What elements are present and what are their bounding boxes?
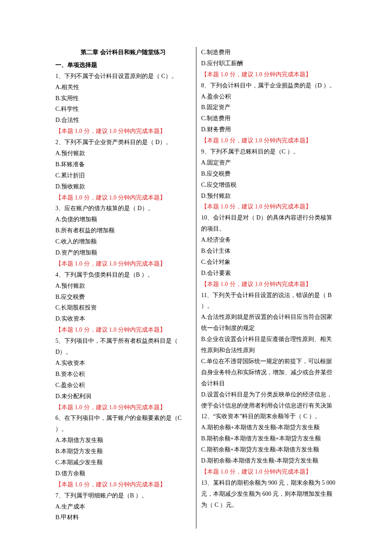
question-8-option-b: B.固定资产 [201, 102, 337, 113]
question-7-hint: 【本题 1.0 分，建议 1.0 分钟内完成本题】 [201, 69, 337, 80]
question-4-option-a: A.预付账款 [55, 280, 191, 292]
question-3-stem: 3、应在账户的借方核算的是（ D）。 [55, 203, 191, 214]
question-11-option-b: B.企业在设置会计科目是应遵循合理性原则、相关性原则和合法性原则 [201, 334, 337, 356]
question-3-option-a: A.负债的增加额 [55, 214, 191, 225]
question-12-option-a: A.期初余额+本期借方发生额-本期贷方发生额 [201, 422, 337, 433]
question-3-hint: 【本题 1.0 分，建议 1.0 分钟内完成本题】 [55, 258, 191, 269]
question-5-hint: 【本题 1.0 分，建议 1.0 分钟内完成本题】 [55, 402, 191, 413]
question-1-option-c: C.科学性 [55, 104, 191, 115]
question-5-stem: 5、下列项目中，不属于所有者权益类科目是（ D）。 [55, 335, 191, 358]
question-12-hint: 【本题 1.0 分，建议 1.0 分钟内完成本题】 [201, 466, 337, 477]
question-10-stem: 10、会计科目是对（ D）的具体内容进行分类核算的项目。 [201, 212, 337, 234]
question-4-option-d: D.实收资本 [55, 313, 191, 324]
question-5-option-d: D.未分配利润 [55, 391, 191, 402]
question-7-option-b: B.甲材料 [55, 512, 191, 523]
question-13-stem: 13、某科目的期初余额为 900 元，期末余额为 5 000 元，本期减少发生额… [201, 477, 337, 511]
question-7-stem: 7、下列属于明细账户的是（B ）。 [55, 490, 191, 501]
question-11-option-c: C.单位在不违背国际统一规定的前提下，可以根据自身业务特点和实际情况，增加、减少… [201, 356, 337, 389]
question-5-option-b: B.资本公积 [55, 369, 191, 380]
section-heading: 一、单项选择题 [55, 60, 191, 71]
question-1-option-d: D.合法性 [55, 115, 191, 126]
question-9-option-c: C.应交增值税 [201, 179, 337, 191]
question-2-option-a: A.预付账款 [55, 148, 191, 159]
question-3-option-b: B.所有者权益的增加额 [55, 225, 191, 236]
question-2-option-c: C.累计折旧 [55, 170, 191, 181]
question-6-option-c: C.本期减少发生额 [55, 457, 191, 468]
question-10-option-b: B.会计主体 [201, 246, 337, 257]
question-11-option-a: A.合法性原则就是所设置的会计科目应当符合国家统一会计制度的规定 [201, 312, 337, 334]
question-5-option-c: C.盈余公积 [55, 380, 191, 391]
question-6-option-a: A.本期借方发生额 [55, 435, 191, 446]
question-2-option-d: D.预收账款 [55, 181, 191, 192]
question-12-option-c: C.期初余额+本期贷方发生额-本期借方发生额 [201, 444, 337, 455]
question-7-option-d: D.应付职工薪酬 [201, 58, 337, 69]
question-4-hint: 【本题 1.0 分，建议 1.0 分钟内完成本题】 [55, 324, 191, 335]
question-11-option-d: D.设置会计科目是为了分类反映单位的经济信息，便于会计信息的使用者利用会计信息进… [201, 389, 337, 411]
question-4-option-c: C.长期股权投资 [55, 302, 191, 313]
question-4-stem: 4、下列属于负债类科目的是（B ）。 [55, 269, 191, 280]
question-3-option-c: C.收入的增加额 [55, 236, 191, 247]
title-text: 第二章 会计科目和账户随堂练习 [81, 49, 166, 55]
question-3-option-d: D.资产的增加额 [55, 247, 191, 258]
question-2-hint: 【本题 1.0 分，建议 1.0 分钟内完成本题】 [55, 192, 191, 203]
question-10-option-d: D.会计要素 [201, 268, 337, 279]
question-8-option-d: D.财务费用 [201, 124, 337, 135]
question-10-option-c: C.会计对象 [201, 257, 337, 268]
question-9-option-d: D.预付账款 [201, 191, 337, 202]
section-heading-text: 一、单项选择题 [55, 62, 97, 68]
question-1-option-a: A.相关性 [55, 82, 191, 93]
question-11-stem: 11、下列关于会计科目设置的说法，错误的是（ B ）。 [201, 290, 337, 312]
page-content: 第二章 会计科目和账户随堂练习 一、单项选择题 1、下列不属于会计科目设置原则的… [55, 47, 337, 529]
question-6-stem: 6、在下列项目中，属于账户的金额要素的是（C ）。 [55, 413, 191, 435]
question-9-hint: 【本题 1.0 分，建议 1.0 分钟内完成本题】 [201, 201, 337, 212]
question-1-hint: 【本题 1.0 分，建议 1.0 分钟内完成本题】 [55, 126, 191, 137]
question-8-option-a: A.盈余公积 [201, 91, 337, 102]
question-7-option-c: C.制造费用 [201, 47, 337, 58]
question-8-hint: 【本题 1.0 分，建议 1.0 分钟内完成本题】 [201, 135, 337, 146]
chapter-title: 第二章 会计科目和账户随堂练习 [55, 47, 191, 58]
question-1-option-b: B.实用性 [55, 93, 191, 104]
question-10-hint: 【本题 1.0 分，建议 1.0 分钟内完成本题】 [201, 279, 337, 290]
question-7-option-a: A.生产成本 [55, 501, 191, 512]
question-6-hint: 【本题 1.0 分，建议 1.0 分钟内完成本题】 [55, 479, 191, 490]
question-1-stem: 1、下列不属于会计科目设置原则的是（ C）。 [55, 71, 191, 82]
question-2-option-b: B.坏账准备 [55, 159, 191, 170]
question-12-option-b: B.期初余额+本期借方发生额+本期贷方发生额 [201, 433, 337, 444]
question-12-option-d: D.期初余额-本期借方发生额-本期贷方发生额 [201, 455, 337, 466]
question-4-option-b: B.应交税费 [55, 292, 191, 303]
question-6-option-b: B.本期贷方发生额 [55, 446, 191, 457]
question-9-option-a: A.固定资产 [201, 157, 337, 168]
question-8-option-c: C.制造费用 [201, 113, 337, 124]
question-9-option-b: B.应交税费 [201, 168, 337, 179]
question-5-option-a: A.实收资本 [55, 358, 191, 369]
question-6-option-d: D.借方余额 [55, 468, 191, 479]
question-8-stem: 8、下列会计科目中，属于企业损益类的是（D ）。 [201, 80, 337, 91]
question-2-stem: 2、下列不属于企业资产类科目的是（ D）。 [55, 137, 191, 148]
question-9-stem: 9、下列不属于总账科目的是（C ）。 [201, 146, 337, 157]
question-10-option-a: A.经济业务 [201, 234, 337, 246]
question-12-stem: 12、“实收资本”科目的期末余额等于（ C ）。 [201, 411, 337, 422]
